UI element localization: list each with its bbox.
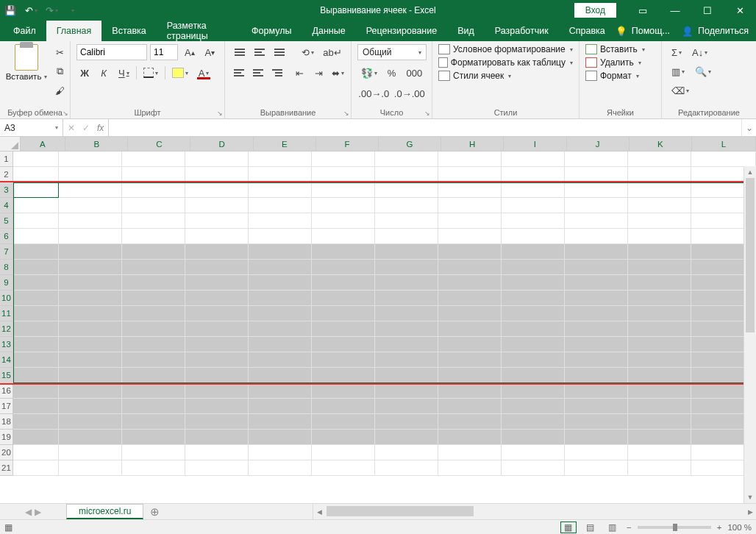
zoom-level[interactable]: 100 % xyxy=(727,523,752,532)
format-painter-button[interactable]: 🖌 xyxy=(51,82,68,99)
row-header[interactable]: 9 xyxy=(0,275,13,291)
paste-button[interactable]: Вставить▾ xyxy=(6,72,48,81)
tab-file[interactable]: Файл xyxy=(3,21,46,41)
increase-indent-button[interactable]: ⇥ xyxy=(310,65,327,81)
orientation-button[interactable]: ⟲▾ xyxy=(298,44,317,60)
cut-button[interactable]: ✂ xyxy=(51,44,68,60)
clear-button[interactable]: ⌫▾ xyxy=(668,82,693,99)
insert-function-icon[interactable]: fx xyxy=(97,123,104,133)
increase-decimal-button[interactable]: .00→.0 xyxy=(357,85,391,102)
number-launcher-icon[interactable]: ↘ xyxy=(424,110,430,117)
row-header[interactable]: 16 xyxy=(0,383,13,399)
login-button[interactable]: Вход xyxy=(574,3,616,18)
clipboard-launcher-icon[interactable]: ↘ xyxy=(63,110,68,117)
row-header[interactable]: 12 xyxy=(0,321,13,337)
save-icon[interactable]: 💾 xyxy=(0,0,21,21)
row-header[interactable]: 19 xyxy=(0,430,13,445)
tab-data[interactable]: Данные xyxy=(302,21,356,41)
column-header[interactable]: B xyxy=(65,137,128,151)
row-header[interactable]: 21 xyxy=(0,460,13,476)
shrink-font-button[interactable]: A▾ xyxy=(202,44,219,60)
alignment-launcher-icon[interactable]: ↘ xyxy=(343,110,349,117)
wrap-text-button[interactable]: ab↵ xyxy=(320,44,345,60)
font-name-select[interactable] xyxy=(76,44,147,60)
row-header[interactable]: 1 xyxy=(0,152,13,167)
new-sheet-button[interactable]: ⊕ xyxy=(143,504,165,519)
column-header[interactable]: C xyxy=(128,137,190,151)
undo-button[interactable]: ↶▾ xyxy=(21,0,41,21)
decrease-decimal-button[interactable]: .0→.00 xyxy=(393,85,427,102)
row-header[interactable]: 15 xyxy=(0,368,13,383)
font-color-button[interactable]: А▾ xyxy=(195,65,213,81)
page-break-view-button[interactable]: ▥ xyxy=(605,521,621,533)
tab-page-layout[interactable]: Разметка страницы xyxy=(157,21,241,41)
row-header[interactable]: 5 xyxy=(0,213,13,229)
redo-button[interactable]: ↷▾ xyxy=(41,0,62,21)
row-header[interactable]: 6 xyxy=(0,229,13,244)
scroll-up-icon[interactable]: ▲ xyxy=(744,166,756,178)
decrease-indent-button[interactable]: ⇤ xyxy=(291,65,307,81)
row-header[interactable]: 2 xyxy=(0,167,13,182)
vertical-scrollbar[interactable]: ▲ ▼ xyxy=(743,166,756,503)
scroll-right-icon[interactable]: ▶ xyxy=(744,504,756,519)
row-header[interactable]: 4 xyxy=(0,198,13,213)
zoom-slider[interactable] xyxy=(638,526,711,529)
cancel-formula-icon[interactable]: ✕ xyxy=(68,123,75,133)
page-layout-view-button[interactable]: ▤ xyxy=(582,521,599,533)
tab-insert[interactable]: Вставка xyxy=(101,21,156,41)
comma-style-button[interactable]: 000 xyxy=(403,65,426,81)
bold-button[interactable]: Ж xyxy=(76,65,93,81)
align-center-button[interactable] xyxy=(250,65,266,81)
name-box[interactable]: A3▾ xyxy=(0,119,63,136)
tab-formulas[interactable]: Формулы xyxy=(241,21,302,41)
row-header[interactable]: 14 xyxy=(0,352,13,368)
number-format-select[interactable]: Общий▾ xyxy=(357,44,427,60)
cell-styles-button[interactable]: Стили ячеек▾ xyxy=(438,71,573,81)
column-header[interactable]: G xyxy=(379,137,441,151)
underline-button[interactable]: Ч▾ xyxy=(115,65,133,81)
tab-view[interactable]: Вид xyxy=(447,21,485,41)
delete-cells-button[interactable]: Удалить▾ xyxy=(585,57,655,68)
row-header[interactable]: 11 xyxy=(0,306,13,321)
tab-review[interactable]: Рецензирование xyxy=(356,21,448,41)
column-header[interactable]: L xyxy=(692,137,756,151)
scroll-left-icon[interactable]: ◀ xyxy=(313,504,325,519)
sort-filter-button[interactable]: A↓▾ xyxy=(688,44,711,60)
select-all-corner[interactable] xyxy=(0,137,21,151)
close-button[interactable]: ✕ xyxy=(724,0,756,21)
row-header[interactable]: 8 xyxy=(0,260,13,275)
tab-help[interactable]: Справка xyxy=(559,21,616,41)
record-macro-icon[interactable]: ▦ xyxy=(4,522,13,533)
row-header[interactable]: 3 xyxy=(0,182,13,198)
font-launcher-icon[interactable]: ↘ xyxy=(217,110,223,117)
autosum-button[interactable]: Σ▾ xyxy=(668,44,685,60)
row-header[interactable]: 7 xyxy=(0,244,13,260)
fill-color-button[interactable]: ▾ xyxy=(168,65,192,81)
align-right-button[interactable] xyxy=(269,65,285,81)
align-top-button[interactable] xyxy=(231,44,248,60)
column-header[interactable]: F xyxy=(316,137,379,151)
align-left-button[interactable] xyxy=(231,65,247,81)
column-header[interactable]: J xyxy=(567,137,630,151)
row-header[interactable]: 17 xyxy=(0,399,13,414)
scroll-down-icon[interactable]: ▼ xyxy=(744,491,756,503)
zoom-in-button[interactable]: + xyxy=(717,523,722,532)
tab-home[interactable]: Главная xyxy=(46,21,102,41)
find-select-button[interactable]: 🔍▾ xyxy=(691,63,715,79)
minimize-button[interactable]: — xyxy=(659,0,691,21)
grow-font-button[interactable]: A▴ xyxy=(181,44,199,60)
column-header[interactable]: E xyxy=(254,137,316,151)
column-header[interactable]: H xyxy=(441,137,504,151)
paste-icon[interactable] xyxy=(15,44,38,71)
cells-area[interactable] xyxy=(13,152,756,503)
merge-center-button[interactable]: ⬌▾ xyxy=(329,65,346,81)
align-bottom-button[interactable] xyxy=(271,44,288,60)
insert-cells-button[interactable]: Вставить▾ xyxy=(585,44,655,54)
sheet-nav[interactable]: ◀ ▶ xyxy=(0,504,66,519)
fill-button[interactable]: ▥▾ xyxy=(668,63,688,79)
tab-developer[interactable]: Разработчик xyxy=(485,21,559,41)
copy-button[interactable]: ⧉ xyxy=(51,63,68,79)
horizontal-scrollbar[interactable]: ◀ ▶ xyxy=(313,504,756,519)
column-header[interactable]: D xyxy=(190,137,253,151)
borders-button[interactable]: ▾ xyxy=(140,65,162,81)
